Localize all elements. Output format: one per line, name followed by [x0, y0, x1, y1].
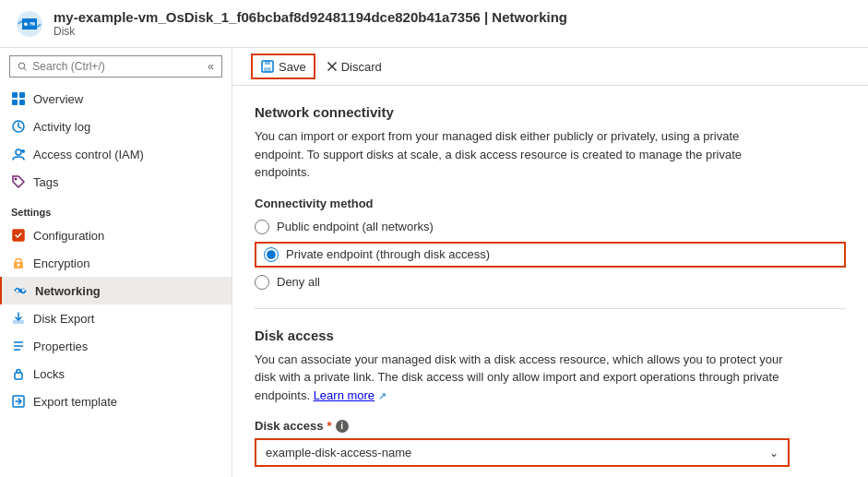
sidebar-item-export-template[interactable]: Export template	[0, 388, 232, 415]
sidebar-item-disk-export-label: Disk Export	[33, 312, 94, 326]
radio-deny-label: Deny all	[277, 275, 320, 289]
dropdown-chevron-icon: ⌄	[769, 447, 779, 459]
sidebar-item-activity-label: Activity log	[33, 120, 90, 134]
info-icon[interactable]: i	[336, 420, 349, 433]
encryption-icon	[11, 256, 26, 270]
networking-icon	[13, 283, 28, 298]
svg-point-16	[18, 264, 20, 267]
content-body: Network connectivity You can import or e…	[232, 86, 868, 477]
page-header: my-example-vm_OsDisk_1_f06bcbaf8d9248119…	[0, 0, 868, 48]
discard-label: Discard	[341, 60, 382, 74]
sidebar-item-tags[interactable]: Tags	[0, 168, 232, 196]
svg-rect-8	[19, 100, 25, 105]
connectivity-radio-group: Public endpoint (all networks) Private e…	[255, 220, 846, 290]
diskexport-icon	[11, 311, 26, 326]
page-title: my-example-vm_OsDisk_1_f06bcbaf8d9248119…	[54, 9, 567, 25]
activity-icon	[11, 119, 26, 134]
properties-icon	[11, 339, 26, 353]
sidebar-item-overview[interactable]: Overview	[0, 85, 232, 113]
discard-icon	[327, 61, 338, 72]
svg-point-3	[18, 63, 24, 68]
disk-access-dropdown[interactable]: example-disk-access-name ⌄	[255, 438, 790, 467]
sidebar-item-networking[interactable]: Networking	[0, 277, 232, 304]
save-icon	[260, 59, 275, 74]
svg-rect-5	[12, 92, 18, 98]
search-icon	[18, 61, 27, 72]
radio-private-input[interactable]	[264, 247, 279, 262]
svg-point-13	[15, 178, 18, 181]
connectivity-method-label: Connectivity method	[255, 197, 846, 210]
sidebar-item-encryption-label: Encryption	[33, 256, 89, 270]
sidebar-item-disk-export[interactable]: Disk Export	[0, 304, 232, 332]
svg-rect-25	[265, 61, 270, 65]
tags-icon	[11, 174, 26, 189]
page-subtitle: Disk	[54, 25, 567, 38]
learn-more-link[interactable]: Learn more	[314, 388, 375, 402]
sidebar-item-locks-label: Locks	[33, 367, 65, 381]
search-input[interactable]	[32, 60, 202, 73]
toolbar: Save Discard	[232, 48, 868, 86]
sidebar-item-encryption[interactable]: Encryption	[0, 249, 232, 277]
export-icon	[11, 394, 26, 409]
radio-public-label: Public endpoint (all networks)	[277, 220, 434, 233]
search-box[interactable]: «	[9, 55, 222, 78]
sidebar-item-properties[interactable]: Properties	[0, 332, 232, 360]
search-collapse-icon[interactable]: «	[208, 60, 214, 73]
disk-access-dropdown-value: example-disk-access-name	[266, 446, 411, 459]
sidebar-item-networking-label: Networking	[35, 284, 101, 298]
sidebar-item-activity-log[interactable]: Activity log	[0, 113, 232, 140]
radio-private-selected: Private endpoint (through disk access)	[255, 242, 846, 268]
svg-line-4	[24, 68, 27, 71]
sidebar-item-configuration-label: Configuration	[33, 229, 104, 243]
sidebar: « Overview Activity log + Access control	[0, 48, 232, 477]
discard-button[interactable]: Discard	[319, 56, 389, 78]
disk-access-field-label: Disk access * i	[255, 419, 846, 433]
svg-rect-6	[19, 92, 25, 98]
save-button[interactable]: Save	[251, 54, 315, 79]
network-connectivity-heading: Network connectivity	[255, 104, 846, 120]
sidebar-item-export-template-label: Export template	[33, 395, 117, 409]
config-icon	[11, 228, 26, 243]
disk-access-description: You can associate your managed disk with…	[255, 351, 790, 405]
radio-deny-input[interactable]	[255, 275, 269, 290]
header-text: my-example-vm_OsDisk_1_f06bcbaf8d9248119…	[54, 9, 567, 38]
section-divider	[255, 308, 846, 309]
required-star: *	[327, 419, 331, 433]
app-container: my-example-vm_OsDisk_1_f06bcbaf8d9248119…	[0, 0, 868, 477]
disk-icon	[15, 9, 44, 39]
disk-access-heading: Disk access	[255, 328, 846, 343]
sidebar-item-iam-label: Access control (IAM)	[33, 148, 144, 161]
svg-rect-22	[15, 373, 22, 379]
main-layout: « Overview Activity log + Access control	[0, 48, 868, 477]
radio-deny[interactable]: Deny all	[255, 275, 846, 290]
overview-icon	[11, 91, 26, 106]
sidebar-item-configuration[interactable]: Configuration	[0, 221, 232, 249]
sidebar-item-overview-label: Overview	[33, 92, 83, 106]
sidebar-item-tags-label: Tags	[33, 175, 58, 189]
locks-icon	[11, 366, 26, 381]
network-connectivity-description: You can import or export from your manag…	[255, 127, 790, 182]
svg-rect-26	[264, 67, 271, 72]
settings-section-label: Settings	[0, 196, 232, 221]
radio-public-input[interactable]	[255, 220, 269, 234]
external-link-icon: ↗	[378, 390, 386, 401]
sidebar-item-locks[interactable]: Locks	[0, 360, 232, 388]
radio-private[interactable]: Private endpoint (through disk access)	[264, 247, 490, 262]
save-label: Save	[279, 60, 306, 74]
content-area: Save Discard Network connectivity You ca…	[232, 48, 868, 477]
radio-public[interactable]: Public endpoint (all networks)	[255, 220, 846, 234]
iam-icon: +	[11, 147, 26, 161]
sidebar-item-iam[interactable]: + Access control (IAM)	[0, 140, 232, 168]
sidebar-item-properties-label: Properties	[33, 340, 88, 353]
svg-rect-7	[12, 100, 18, 105]
radio-private-label: Private endpoint (through disk access)	[286, 247, 490, 261]
